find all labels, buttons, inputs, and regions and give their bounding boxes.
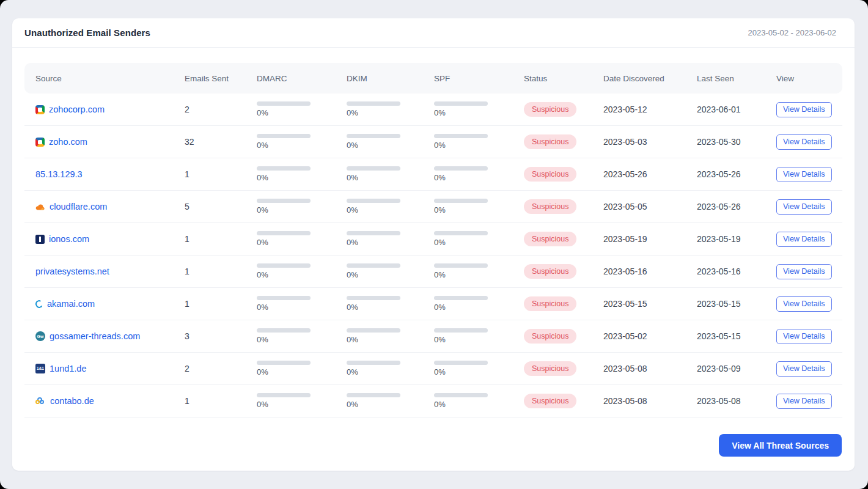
table-row: zohocorp.com 2 0% 0% 0% Suspicious 2023-… bbox=[24, 94, 842, 126]
dmarc-progress-track bbox=[257, 296, 311, 300]
table-row: contabo.de 1 0% 0% 0% Suspicious 2023-05… bbox=[24, 385, 842, 417]
dkim-progress-track bbox=[347, 134, 400, 138]
dkim-progress-label: 0% bbox=[347, 400, 400, 409]
source-cell: Gw gossamer-threads.com bbox=[35, 331, 185, 341]
akamai-favicon-icon bbox=[35, 299, 44, 309]
view-details-button[interactable]: View Details bbox=[776, 296, 832, 312]
view-details-button[interactable]: View Details bbox=[776, 199, 832, 215]
dmarc-progress: 0% bbox=[257, 361, 311, 377]
gossamer-favicon-icon: Gw bbox=[35, 331, 45, 341]
dmarc-progress-label: 0% bbox=[257, 303, 311, 312]
spf-progress-track bbox=[434, 328, 488, 333]
spf-progress: 0% bbox=[434, 393, 488, 409]
spf-progress: 0% bbox=[434, 263, 488, 279]
view-details-button[interactable]: View Details bbox=[776, 264, 832, 279]
source-link[interactable]: 1und1.de bbox=[50, 364, 86, 373]
dmarc-progress-track bbox=[257, 101, 311, 106]
spf-progress-track bbox=[434, 199, 488, 203]
status-badge: Suspicious bbox=[524, 361, 576, 376]
dmarc-progress: 0% bbox=[257, 393, 311, 409]
last-seen-value: 2023-05-15 bbox=[697, 299, 776, 309]
source-link[interactable]: privatesystems.net bbox=[35, 267, 109, 276]
source-cell: cloudflare.com bbox=[35, 202, 185, 211]
emails-sent-value: 1 bbox=[185, 299, 257, 309]
spf-progress: 0% bbox=[434, 328, 488, 344]
source-link[interactable]: ionos.com bbox=[49, 234, 89, 244]
emails-sent-value: 2 bbox=[185, 105, 257, 114]
spf-progress-track bbox=[434, 134, 488, 138]
view-details-button[interactable]: View Details bbox=[776, 232, 832, 247]
dmarc-progress: 0% bbox=[257, 166, 311, 182]
emails-sent-value: 5 bbox=[185, 202, 257, 211]
dmarc-progress: 0% bbox=[257, 263, 311, 279]
view-details-button[interactable]: View Details bbox=[776, 361, 832, 377]
zoho-favicon-icon bbox=[35, 138, 45, 147]
view-details-button[interactable]: View Details bbox=[776, 134, 832, 150]
view-details-button[interactable]: View Details bbox=[776, 394, 832, 409]
date-discovered-value: 2023-05-02 bbox=[603, 331, 697, 341]
dkim-progress: 0% bbox=[347, 166, 400, 182]
date-discovered-value: 2023-05-16 bbox=[603, 267, 697, 276]
1und1-favicon-icon: 1&1 bbox=[35, 364, 45, 373]
dkim-progress: 0% bbox=[347, 231, 400, 247]
view-all-threat-sources-button[interactable]: View All Threat Sources bbox=[719, 434, 842, 457]
view-details-button[interactable]: View Details bbox=[776, 167, 832, 182]
card-header: Unauthorized Email Senders 2023-05-02 - … bbox=[12, 18, 855, 48]
date-discovered-value: 2023-05-08 bbox=[603, 396, 697, 406]
date-discovered-value: 2023-05-05 bbox=[603, 202, 697, 211]
column-header-last-seen: Last Seen bbox=[697, 74, 776, 83]
source-cell: privatesystems.net bbox=[35, 267, 185, 276]
source-link[interactable]: zohocorp.com bbox=[49, 105, 105, 114]
table-body: zohocorp.com 2 0% 0% 0% Suspicious 2023-… bbox=[24, 94, 842, 417]
dmarc-progress: 0% bbox=[257, 199, 311, 215]
dkim-progress: 0% bbox=[347, 199, 400, 215]
column-header-status: Status bbox=[524, 74, 603, 83]
page: Unauthorized Email Senders 2023-05-02 - … bbox=[0, 0, 868, 489]
date-discovered-value: 2023-05-08 bbox=[603, 364, 697, 373]
status-badge: Suspicious bbox=[524, 394, 576, 408]
spf-progress: 0% bbox=[434, 361, 488, 377]
spf-progress: 0% bbox=[434, 166, 488, 182]
status-badge: Suspicious bbox=[524, 199, 576, 214]
date-discovered-value: 2023-05-03 bbox=[603, 137, 697, 147]
spf-progress-label: 0% bbox=[434, 303, 488, 312]
dmarc-progress-track bbox=[257, 393, 311, 397]
dkim-progress-track bbox=[347, 166, 400, 171]
source-link[interactable]: zoho.com bbox=[49, 137, 87, 147]
dkim-progress-track bbox=[347, 263, 400, 268]
column-header-view: View bbox=[776, 74, 842, 83]
spf-progress-track bbox=[434, 231, 488, 235]
dkim-progress: 0% bbox=[347, 101, 400, 117]
status-badge: Suspicious bbox=[524, 264, 576, 279]
dkim-progress: 0% bbox=[347, 393, 400, 409]
dkim-progress-track bbox=[347, 328, 400, 333]
source-link[interactable]: akamai.com bbox=[47, 299, 95, 309]
spf-progress-label: 0% bbox=[434, 270, 488, 279]
view-details-button[interactable]: View Details bbox=[776, 102, 832, 117]
table-row: cloudflare.com 5 0% 0% 0% Suspicious 202… bbox=[24, 191, 842, 223]
spf-progress-label: 0% bbox=[434, 238, 488, 247]
dmarc-progress: 0% bbox=[257, 134, 311, 150]
source-link[interactable]: contabo.de bbox=[50, 396, 94, 406]
source-link[interactable]: cloudflare.com bbox=[50, 202, 107, 211]
column-header-date-discovered: Date Discovered bbox=[603, 74, 697, 83]
source-cell: akamai.com bbox=[35, 299, 185, 309]
source-link[interactable]: gossamer-threads.com bbox=[50, 331, 140, 341]
source-cell: contabo.de bbox=[35, 396, 185, 406]
last-seen-value: 2023-05-15 bbox=[697, 331, 776, 341]
spf-progress: 0% bbox=[434, 231, 488, 247]
table-row: privatesystems.net 1 0% 0% 0% Suspicious… bbox=[24, 256, 842, 288]
dmarc-progress-track bbox=[257, 166, 311, 171]
last-seen-value: 2023-05-26 bbox=[697, 169, 776, 179]
spf-progress-track bbox=[434, 296, 488, 300]
column-header-emails-sent: Emails Sent bbox=[185, 74, 257, 83]
spf-progress-track bbox=[434, 263, 488, 268]
dkim-progress-track bbox=[347, 231, 400, 235]
spf-progress-label: 0% bbox=[434, 141, 488, 150]
source-link[interactable]: 85.13.129.3 bbox=[35, 169, 83, 179]
dmarc-progress-label: 0% bbox=[257, 400, 311, 409]
dmarc-progress: 0% bbox=[257, 328, 311, 344]
view-details-button[interactable]: View Details bbox=[776, 329, 832, 344]
status-badge: Suspicious bbox=[524, 329, 576, 344]
unauthorized-email-senders-card: Unauthorized Email Senders 2023-05-02 - … bbox=[12, 18, 855, 471]
